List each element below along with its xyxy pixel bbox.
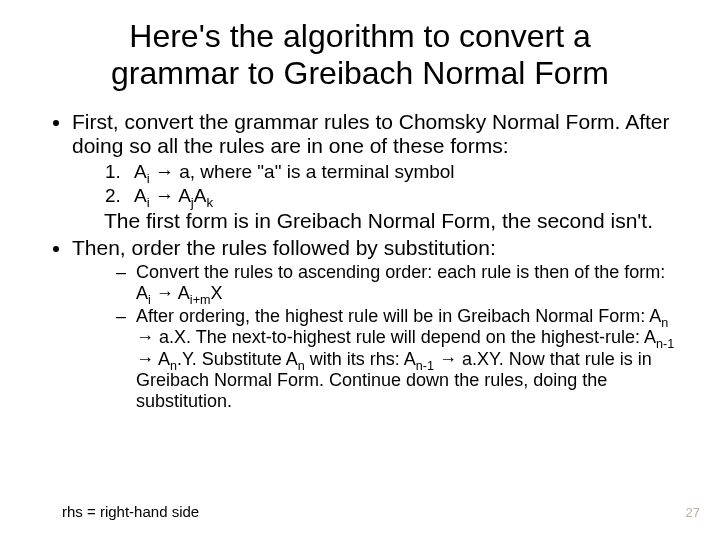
bullet-list: First, convert the grammar rules to Chom… bbox=[50, 110, 680, 413]
d1-s2: i+m bbox=[190, 292, 211, 306]
d2-b: → a.X. The next-to-highest rule will dep… bbox=[136, 327, 656, 347]
d2-s2: n-1 bbox=[656, 337, 674, 351]
f2-Ak: A bbox=[194, 185, 207, 206]
d2-d: .Y. Substitute A bbox=[177, 349, 298, 369]
d1-c: X bbox=[211, 283, 223, 303]
form-2: Ai → AjAk bbox=[126, 184, 680, 208]
form-1: Ai → a, where "a" is a terminal symbol bbox=[126, 160, 680, 184]
bullet-then: Then, order the rules followed by substi… bbox=[72, 236, 680, 413]
f2-A: A bbox=[134, 185, 147, 206]
f1-rest: → a, where "a" is a terminal symbol bbox=[150, 161, 455, 182]
d1-b: → A bbox=[151, 283, 190, 303]
f2-sub-k: k bbox=[207, 194, 214, 209]
bullet-first: First, convert the grammar rules to Chom… bbox=[72, 110, 680, 234]
slide-title: Here's the algorithm to convert a gramma… bbox=[75, 18, 645, 92]
footnote: rhs = right-hand side bbox=[62, 503, 199, 520]
mid-note: The first form is in Greibach Normal For… bbox=[104, 209, 680, 233]
dash-list: Convert the rules to ascending order: ea… bbox=[100, 262, 680, 413]
f1-A: A bbox=[134, 161, 147, 182]
bullet-first-text: First, convert the grammar rules to Chom… bbox=[72, 110, 669, 157]
page-number: 27 bbox=[686, 505, 700, 520]
dash-2: After ordering, the highest rule will be… bbox=[122, 306, 680, 412]
d2-a: After ordering, the highest rule will be… bbox=[136, 306, 661, 326]
slide: Here's the algorithm to convert a gramma… bbox=[0, 0, 720, 540]
dash-1: Convert the rules to ascending order: ea… bbox=[122, 262, 680, 304]
d2-s1: n bbox=[661, 316, 668, 330]
d2-c: → A bbox=[136, 349, 170, 369]
f2-Aj: A bbox=[178, 185, 191, 206]
d2-e: with its rhs: A bbox=[305, 349, 416, 369]
forms-list: Ai → a, where "a" is a terminal symbol A… bbox=[100, 160, 680, 208]
f2-arrow: → bbox=[150, 185, 179, 206]
bullet-then-text: Then, order the rules followed by substi… bbox=[72, 236, 496, 259]
